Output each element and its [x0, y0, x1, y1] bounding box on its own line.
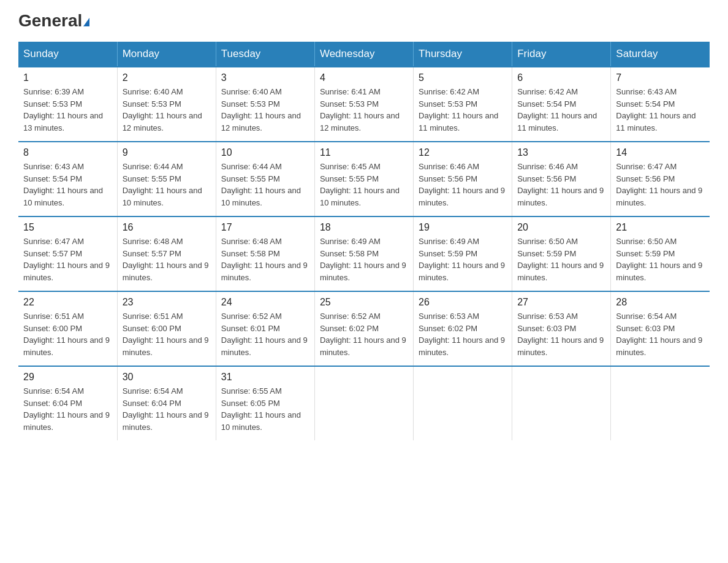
calendar-cell: 1 Sunrise: 6:39 AM Sunset: 5:53 PM Dayli…	[18, 67, 117, 142]
day-info: Sunrise: 6:48 AM Sunset: 5:57 PM Dayligh…	[123, 236, 211, 283]
day-number: 23	[123, 297, 211, 308]
calendar-week-row: 15 Sunrise: 6:47 AM Sunset: 5:57 PM Dayl…	[18, 216, 710, 291]
day-number: 11	[320, 147, 408, 158]
calendar-cell: 9 Sunrise: 6:44 AM Sunset: 5:55 PM Dayli…	[117, 142, 216, 216]
day-info: Sunrise: 6:51 AM Sunset: 6:00 PM Dayligh…	[123, 310, 211, 358]
calendar-cell: 20 Sunrise: 6:50 AM Sunset: 5:59 PM Dayl…	[512, 216, 611, 291]
calendar-cell: 8 Sunrise: 6:43 AM Sunset: 5:54 PM Dayli…	[18, 142, 117, 216]
day-number: 12	[419, 147, 507, 158]
day-number: 24	[221, 297, 309, 308]
day-number: 5	[419, 72, 507, 83]
day-info: Sunrise: 6:45 AM Sunset: 5:55 PM Dayligh…	[320, 161, 408, 209]
day-info: Sunrise: 6:50 AM Sunset: 5:59 PM Dayligh…	[517, 236, 605, 283]
calendar-week-row: 22 Sunrise: 6:51 AM Sunset: 6:00 PM Dayl…	[18, 291, 710, 366]
day-info: Sunrise: 6:40 AM Sunset: 5:53 PM Dayligh…	[123, 86, 211, 134]
calendar-cell: 4 Sunrise: 6:41 AM Sunset: 5:53 PM Dayli…	[314, 67, 413, 142]
day-info: Sunrise: 6:54 AM Sunset: 6:03 PM Dayligh…	[616, 310, 705, 358]
page-header: General	[18, 12, 710, 29]
calendar-table: SundayMondayTuesdayWednesdayThursdayFrid…	[18, 42, 710, 440]
day-number: 21	[616, 222, 705, 233]
day-info: Sunrise: 6:51 AM Sunset: 6:00 PM Dayligh…	[23, 310, 112, 358]
calendar-week-row: 29 Sunrise: 6:54 AM Sunset: 6:04 PM Dayl…	[18, 366, 710, 440]
calendar-cell: 24 Sunrise: 6:52 AM Sunset: 6:01 PM Dayl…	[216, 291, 314, 366]
day-number: 7	[616, 72, 705, 83]
calendar-cell: 7 Sunrise: 6:43 AM Sunset: 5:54 PM Dayli…	[611, 67, 710, 142]
day-info: Sunrise: 6:49 AM Sunset: 5:59 PM Dayligh…	[419, 236, 507, 283]
weekday-header-sunday: Sunday	[18, 42, 117, 67]
day-number: 31	[221, 372, 309, 383]
day-number: 4	[320, 72, 408, 83]
day-info: Sunrise: 6:39 AM Sunset: 5:53 PM Dayligh…	[23, 86, 112, 134]
day-number: 20	[517, 222, 605, 233]
day-number: 8	[23, 147, 112, 158]
logo-main: General	[18, 12, 89, 29]
day-info: Sunrise: 6:52 AM Sunset: 6:02 PM Dayligh…	[320, 310, 408, 358]
calendar-cell: 23 Sunrise: 6:51 AM Sunset: 6:00 PM Dayl…	[117, 291, 216, 366]
weekday-header-friday: Friday	[512, 42, 611, 67]
calendar-cell: 27 Sunrise: 6:53 AM Sunset: 6:03 PM Dayl…	[512, 291, 611, 366]
day-info: Sunrise: 6:49 AM Sunset: 5:58 PM Dayligh…	[320, 236, 408, 283]
weekday-header-saturday: Saturday	[611, 42, 710, 67]
logo: General	[18, 12, 89, 29]
calendar-cell: 18 Sunrise: 6:49 AM Sunset: 5:58 PM Dayl…	[314, 216, 413, 291]
day-info: Sunrise: 6:42 AM Sunset: 5:54 PM Dayligh…	[517, 86, 605, 134]
calendar-cell: 26 Sunrise: 6:53 AM Sunset: 6:02 PM Dayl…	[414, 291, 512, 366]
weekday-header-wednesday: Wednesday	[314, 42, 413, 67]
day-number: 2	[123, 72, 211, 83]
day-number: 13	[517, 147, 605, 158]
day-number: 16	[123, 222, 211, 233]
day-info: Sunrise: 6:52 AM Sunset: 6:01 PM Dayligh…	[221, 310, 309, 358]
calendar-cell: 6 Sunrise: 6:42 AM Sunset: 5:54 PM Dayli…	[512, 67, 611, 142]
day-number: 6	[517, 72, 605, 83]
calendar-cell: 29 Sunrise: 6:54 AM Sunset: 6:04 PM Dayl…	[18, 366, 117, 440]
day-number: 25	[320, 297, 408, 308]
day-number: 10	[221, 147, 309, 158]
day-number: 9	[123, 147, 211, 158]
day-number: 28	[616, 297, 705, 308]
day-number: 1	[23, 72, 112, 83]
calendar-cell: 3 Sunrise: 6:40 AM Sunset: 5:53 PM Dayli…	[216, 67, 314, 142]
calendar-week-row: 1 Sunrise: 6:39 AM Sunset: 5:53 PM Dayli…	[18, 67, 710, 142]
day-info: Sunrise: 6:54 AM Sunset: 6:04 PM Dayligh…	[123, 385, 211, 433]
calendar-cell: 15 Sunrise: 6:47 AM Sunset: 5:57 PM Dayl…	[18, 216, 117, 291]
calendar-week-row: 8 Sunrise: 6:43 AM Sunset: 5:54 PM Dayli…	[18, 142, 710, 216]
calendar-header-row: SundayMondayTuesdayWednesdayThursdayFrid…	[18, 42, 710, 67]
calendar-body: 1 Sunrise: 6:39 AM Sunset: 5:53 PM Dayli…	[18, 67, 710, 440]
calendar-cell: 12 Sunrise: 6:46 AM Sunset: 5:56 PM Dayl…	[414, 142, 512, 216]
day-info: Sunrise: 6:55 AM Sunset: 6:05 PM Dayligh…	[221, 385, 309, 433]
calendar-cell	[512, 366, 611, 440]
day-info: Sunrise: 6:54 AM Sunset: 6:04 PM Dayligh…	[23, 385, 112, 433]
day-number: 27	[517, 297, 605, 308]
calendar-cell: 16 Sunrise: 6:48 AM Sunset: 5:57 PM Dayl…	[117, 216, 216, 291]
weekday-header-monday: Monday	[117, 42, 216, 67]
calendar-cell: 14 Sunrise: 6:47 AM Sunset: 5:56 PM Dayl…	[611, 142, 710, 216]
day-number: 14	[616, 147, 705, 158]
weekday-header-tuesday: Tuesday	[216, 42, 314, 67]
day-info: Sunrise: 6:41 AM Sunset: 5:53 PM Dayligh…	[320, 86, 408, 134]
day-info: Sunrise: 6:42 AM Sunset: 5:53 PM Dayligh…	[419, 86, 507, 134]
day-number: 22	[23, 297, 112, 308]
calendar-cell: 19 Sunrise: 6:49 AM Sunset: 5:59 PM Dayl…	[414, 216, 512, 291]
calendar-cell: 28 Sunrise: 6:54 AM Sunset: 6:03 PM Dayl…	[611, 291, 710, 366]
day-info: Sunrise: 6:43 AM Sunset: 5:54 PM Dayligh…	[616, 86, 705, 134]
day-info: Sunrise: 6:47 AM Sunset: 5:57 PM Dayligh…	[23, 236, 112, 283]
calendar-cell: 21 Sunrise: 6:50 AM Sunset: 5:59 PM Dayl…	[611, 216, 710, 291]
weekday-header-thursday: Thursday	[414, 42, 512, 67]
day-info: Sunrise: 6:50 AM Sunset: 5:59 PM Dayligh…	[616, 236, 705, 283]
day-number: 18	[320, 222, 408, 233]
calendar-cell: 31 Sunrise: 6:55 AM Sunset: 6:05 PM Dayl…	[216, 366, 314, 440]
calendar-cell	[314, 366, 413, 440]
day-number: 29	[23, 372, 112, 383]
day-info: Sunrise: 6:46 AM Sunset: 5:56 PM Dayligh…	[517, 161, 605, 209]
calendar-cell: 13 Sunrise: 6:46 AM Sunset: 5:56 PM Dayl…	[512, 142, 611, 216]
day-number: 15	[23, 222, 112, 233]
calendar-cell: 11 Sunrise: 6:45 AM Sunset: 5:55 PM Dayl…	[314, 142, 413, 216]
day-info: Sunrise: 6:43 AM Sunset: 5:54 PM Dayligh…	[23, 161, 112, 209]
day-number: 17	[221, 222, 309, 233]
day-info: Sunrise: 6:46 AM Sunset: 5:56 PM Dayligh…	[419, 161, 507, 209]
calendar-cell: 22 Sunrise: 6:51 AM Sunset: 6:00 PM Dayl…	[18, 291, 117, 366]
day-info: Sunrise: 6:40 AM Sunset: 5:53 PM Dayligh…	[221, 86, 309, 134]
calendar-cell: 30 Sunrise: 6:54 AM Sunset: 6:04 PM Dayl…	[117, 366, 216, 440]
calendar-cell: 17 Sunrise: 6:48 AM Sunset: 5:58 PM Dayl…	[216, 216, 314, 291]
calendar-cell: 2 Sunrise: 6:40 AM Sunset: 5:53 PM Dayli…	[117, 67, 216, 142]
